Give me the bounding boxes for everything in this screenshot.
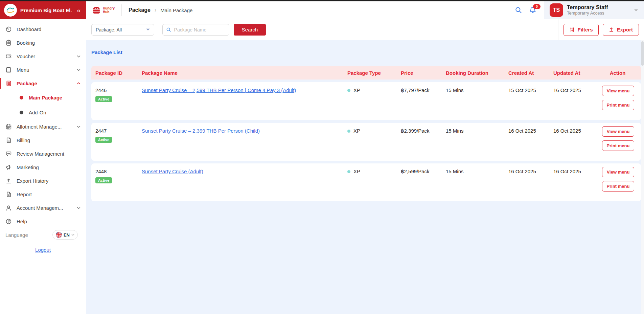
calendar-icon	[5, 124, 12, 130]
sidebar-subitem-label: Add-On	[29, 110, 46, 115]
logout-row: Logout	[0, 247, 86, 253]
cell-booking-duration: 15 Mins	[442, 82, 504, 120]
sidebar-item-account-management[interactable]: Account Managem...	[0, 201, 86, 215]
package-filter-value: Package: All	[96, 27, 122, 32]
notifications-bell-icon[interactable]: 0	[529, 6, 536, 14]
print-menu-button[interactable]: Print menu	[602, 181, 634, 192]
cell-created-at: 15 Oct 2025	[504, 82, 549, 120]
sidebar-item-dashboard[interactable]: Dashboard	[0, 22, 86, 36]
cell-price: ฿7,797/Pack	[397, 82, 442, 120]
chevron-up-icon	[77, 82, 80, 85]
view-menu-button[interactable]: View menu	[602, 86, 634, 96]
table-row: 2448 Active Sunset Party Cruise (Adult) …	[91, 163, 641, 201]
sidebar-item-report[interactable]: Report	[0, 187, 86, 201]
sidebar-subitem-add-on[interactable]: Add-On	[0, 105, 86, 120]
cell-package-type: XP	[343, 163, 397, 201]
sidebar-item-label: Package	[17, 81, 37, 86]
package-name-search	[162, 24, 229, 36]
cell-created-at: 16 Oct 2025	[504, 123, 549, 161]
sidebar-subitem-main-package[interactable]: Main Package	[0, 90, 86, 105]
topbar-right: 0 TS Temporary Staff Temporarry Access	[515, 1, 644, 19]
user-info: Temporary Staff Temporarry Access	[567, 4, 608, 16]
sidebar-item-voucher[interactable]: Voucher	[0, 49, 86, 63]
scrollbar-thumb[interactable]	[641, 41, 644, 66]
main-column: Hungry Hub Package › Main Package 0	[86, 1, 644, 314]
hungryhub-logo[interactable]: Hungry Hub	[92, 6, 115, 14]
sidebar-item-booking[interactable]: Booking	[0, 36, 86, 49]
sidebar-item-label: Menu	[17, 67, 29, 73]
sidebar-item-package[interactable]: Package	[0, 76, 86, 90]
view-menu-button[interactable]: View menu	[602, 167, 634, 177]
sidebar-item-label: Export History	[17, 178, 48, 184]
cell-package-type: XP	[343, 82, 397, 120]
cell-price: ฿2,399/Pack	[397, 123, 442, 161]
sidebar-item-label: Booking	[17, 40, 35, 46]
sidebar-item-review-management[interactable]: Review Management	[0, 147, 86, 160]
notification-count-badge: 0	[533, 4, 540, 9]
report-file-icon	[5, 191, 12, 198]
collapse-sidebar-icon[interactable]: «	[75, 6, 82, 14]
upload-icon	[5, 178, 12, 184]
sidebar-item-export-history[interactable]: Export History	[0, 174, 86, 187]
filters-button[interactable]: Filters	[564, 24, 599, 36]
print-menu-button[interactable]: Print menu	[602, 100, 634, 110]
sidebar-item-label: Help	[17, 219, 27, 224]
sidebar-item-billing[interactable]: Billing	[0, 133, 86, 147]
vertical-scrollbar[interactable]	[641, 40, 644, 314]
menu-book-icon	[5, 67, 12, 73]
package-table: Package ID Package Name Package Type Pri…	[91, 66, 641, 201]
hungryhub-logo-icon	[92, 6, 101, 14]
status-badge: Active	[95, 96, 112, 102]
cell-updated-at: 16 Oct 2025	[549, 123, 594, 161]
sidebar-nav: Dashboard Booking Voucher Menu Package	[0, 19, 86, 228]
package-name-link[interactable]: Sunset Party Cruise (Adult)	[142, 169, 203, 174]
sidebar-item-label: Report	[17, 192, 32, 197]
view-menu-button[interactable]: View menu	[602, 126, 634, 137]
sidebar-subitem-label: Main Package	[29, 95, 62, 100]
package-name-link[interactable]: Sunset Party Cruise – 2,599 THB Per Pers…	[142, 87, 296, 93]
restaurant-logo-art	[5, 5, 16, 15]
col-header-booking-duration: Booking Duration	[442, 70, 504, 76]
sidebar-item-label: Marketing	[17, 164, 39, 170]
col-header-created-at: Created At	[504, 70, 549, 76]
chevron-down-icon	[77, 126, 80, 128]
sidebar-item-allotment-management[interactable]: Allotment Manage...	[0, 120, 86, 133]
cell-booking-duration: 15 Mins	[442, 123, 504, 161]
sidebar-item-marketing[interactable]: Marketing	[0, 160, 86, 174]
cell-package-id: 2448 Active	[91, 163, 138, 201]
filters-icon	[570, 27, 575, 32]
search-button[interactable]: Search	[234, 24, 266, 36]
logout-link[interactable]: Logout	[35, 247, 51, 253]
chevron-down-icon	[634, 9, 638, 12]
breadcrumb-package[interactable]: Package	[129, 7, 151, 13]
cell-created-at: 16 Oct 2025	[504, 163, 549, 201]
package-filter-select[interactable]: Package: All	[91, 24, 154, 36]
print-menu-button[interactable]: Print menu	[602, 140, 634, 151]
search-icon	[166, 27, 171, 33]
package-name-link[interactable]: Sunset Party Cruise – 2,399 THB Per Pers…	[142, 128, 260, 134]
app: Premium Big Boat El... « Dashboard Booki…	[0, 1, 644, 314]
divider	[121, 4, 122, 16]
user-menu[interactable]: TS Temporary Staff Temporarry Access	[544, 1, 644, 19]
sidebar-item-label: Billing	[17, 137, 30, 143]
breadcrumb-separator-icon: ›	[155, 7, 156, 13]
col-header-updated-at: Updated At	[549, 70, 594, 76]
sidebar-item-help[interactable]: Help	[0, 215, 86, 228]
content-area: Package List Package ID Package Name Pac…	[86, 40, 644, 314]
package-icon	[5, 80, 12, 87]
global-search-icon[interactable]	[515, 6, 522, 14]
col-header-price: Price	[397, 70, 442, 76]
language-selector[interactable]: EN	[52, 230, 78, 240]
sidebar: Premium Big Boat El... « Dashboard Booki…	[0, 1, 86, 314]
package-name-input[interactable]	[174, 27, 226, 32]
cell-action: View menu Print menu	[594, 82, 641, 120]
filter-bar: Package: All Search Filters Export	[86, 19, 644, 40]
booking-icon	[5, 40, 12, 46]
cell-package-type: XP	[343, 123, 397, 161]
sidebar-item-menu[interactable]: Menu	[0, 63, 86, 76]
bullet-icon	[20, 96, 23, 99]
chevron-down-icon	[77, 69, 80, 71]
cell-package-id: 2446 Active	[91, 82, 138, 120]
export-button[interactable]: Export	[603, 24, 639, 36]
cell-package-name: Sunset Party Cruise – 2,599 THB Per Pers…	[138, 82, 343, 120]
